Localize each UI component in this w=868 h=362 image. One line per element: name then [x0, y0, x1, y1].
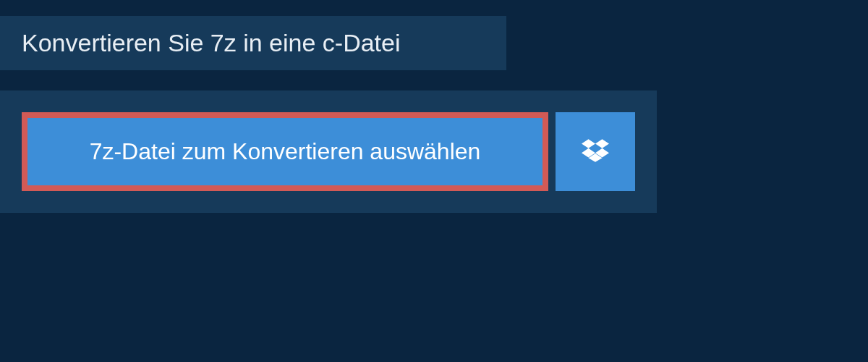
dropbox-icon: [582, 137, 609, 167]
page-title: Konvertieren Sie 7z in eine c-Datei: [22, 29, 485, 57]
upload-panel: 7z-Datei zum Konvertieren auswählen: [0, 90, 657, 213]
header-bar: Konvertieren Sie 7z in eine c-Datei: [0, 16, 506, 70]
select-file-label: 7z-Datei zum Konvertieren auswählen: [90, 138, 481, 165]
select-file-button[interactable]: 7z-Datei zum Konvertieren auswählen: [22, 112, 548, 191]
dropbox-button[interactable]: [556, 112, 635, 191]
